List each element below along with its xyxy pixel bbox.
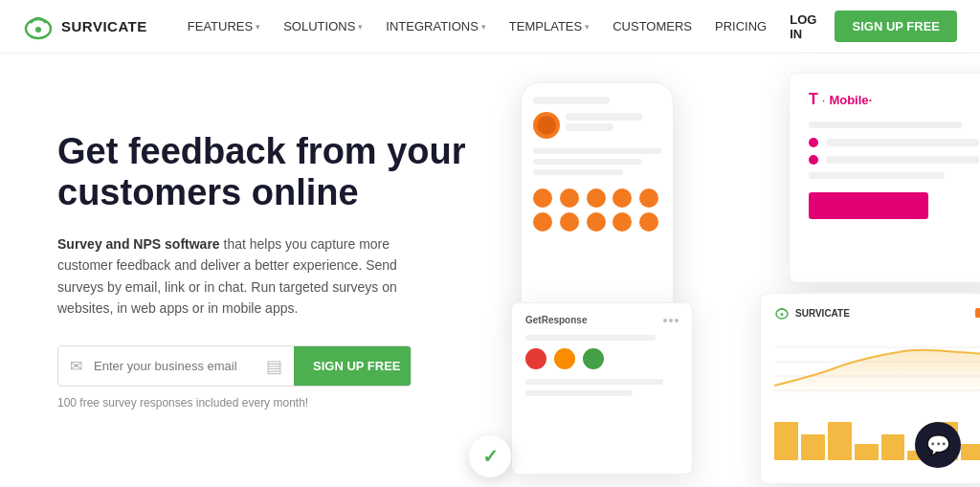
getresponse-logo: GetResponse [525, 315, 587, 325]
email-input[interactable] [94, 347, 255, 385]
hero-title: Get feedback from your customers online [57, 131, 498, 214]
nav-customers[interactable]: CUSTOMERS [603, 13, 702, 39]
svg-point-3 [781, 313, 784, 316]
phone-avatar-row [533, 112, 661, 139]
login-button[interactable]: LOG IN [776, 7, 835, 47]
chat-widget[interactable]: 💬 [915, 422, 961, 468]
scroll-indicator[interactable]: ✓ [469, 435, 511, 477]
phone-text-lines [533, 148, 661, 175]
hero-content: Get feedback from your customers online … [57, 131, 498, 410]
phone-bar [533, 97, 610, 104]
hero-mockups: T · Mobile· GetResponse [501, 73, 980, 484]
logo-icon [23, 11, 54, 42]
chevron-down-icon: ▾ [481, 22, 486, 32]
phone-avatar [533, 112, 560, 139]
chart-area [774, 328, 980, 405]
nav-features[interactable]: FEATURES ▾ [178, 13, 270, 39]
email-form: ✉ ▤ SIGN UP FREE [57, 345, 412, 387]
chat-icon: 💬 [926, 433, 950, 456]
card-icon: ▤ [255, 356, 294, 377]
circle-red [525, 348, 546, 369]
chart-svg [774, 328, 980, 405]
phone-dots-grid [533, 185, 661, 235]
nav-items: FEATURES ▾ SOLUTIONS ▾ INTEGRATIONS ▾ TE… [178, 13, 776, 39]
getresponse-mockup: GetResponse [511, 302, 693, 475]
navbar: SURVICATE FEATURES ▾ SOLUTIONS ▾ INTEGRA… [0, 0, 980, 54]
signup-nav-button[interactable]: SIGN UP FREE [835, 11, 957, 42]
nav-integrations[interactable]: INTEGRATIONS ▾ [376, 13, 496, 39]
gr-circles [525, 348, 679, 369]
nav-pricing[interactable]: PRICING [705, 13, 776, 39]
logo-text: SURVICATE [61, 18, 147, 34]
hero-desc-strong: Survey and NPS software [57, 236, 220, 252]
checkmark-icon: ✓ [482, 445, 499, 468]
chevron-down-icon: ▾ [256, 22, 260, 32]
phone-name-bar [566, 113, 642, 121]
tmobile-cta-button [809, 192, 928, 219]
chevron-down-icon: ▾ [585, 22, 590, 32]
logo[interactable]: SURVICATE [23, 11, 147, 42]
phone-sub-bar [566, 123, 613, 131]
nav-solutions[interactable]: SOLUTIONS ▾ [274, 13, 372, 39]
svg-point-1 [35, 27, 41, 33]
survicate-chart-logo-icon [774, 305, 790, 321]
circle-orange [554, 348, 575, 369]
avatar-inner [537, 116, 556, 135]
hero-section: Get feedback from your customers online … [0, 54, 980, 487]
chevron-down-icon: ▾ [358, 22, 363, 32]
chart-badge [975, 308, 980, 318]
tmobile-logo: T · Mobile· [809, 91, 979, 108]
nav-templates[interactable]: TEMPLATES ▾ [500, 13, 599, 39]
phone-mockup [521, 82, 674, 331]
circle-green [583, 348, 604, 369]
tmobile-mockup: T · Mobile· [789, 73, 980, 283]
hero-description: Survey and NPS software that helps you c… [57, 233, 421, 320]
email-icon: ✉ [58, 357, 94, 375]
free-note: 100 free survey responses included every… [57, 396, 498, 410]
signup-hero-button[interactable]: SIGN UP FREE [294, 346, 412, 386]
survicate-chart-logo-text: SURVICATE [795, 308, 850, 319]
